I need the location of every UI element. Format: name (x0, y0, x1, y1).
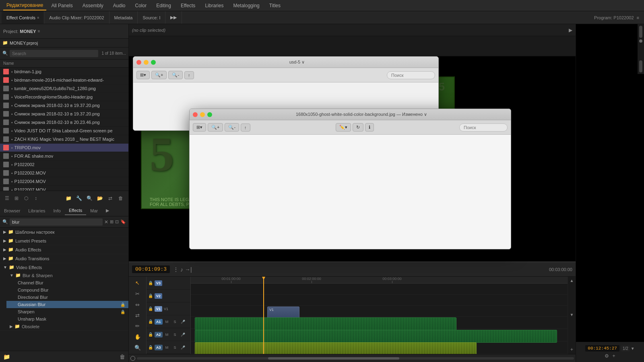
file-item-screenshot3[interactable]: ▪ Снимок экрана 2018-02-10 в 20.23.46.pn… (0, 118, 128, 127)
sub-tab-info[interactable]: Info (50, 207, 65, 215)
clip-selector-arrow[interactable]: ▶ (569, 27, 572, 33)
finder-zoom-in-btn-2[interactable]: 🔍+ (208, 123, 223, 132)
new-folder-btn[interactable]: 📁 (3, 354, 10, 360)
list-view-btn[interactable]: ☰ (2, 194, 11, 203)
finder-view-btn[interactable]: ⊞▾ (136, 71, 150, 79)
new-item-btn[interactable]: 🔧 (74, 194, 83, 203)
file-item-video-shia[interactable]: ▪ Video JUST DO IT Shia Labeouf-Green sc… (0, 127, 128, 135)
freeform-view-btn[interactable]: ⬡ (22, 194, 31, 203)
effects-section-header-lumetri[interactable]: ▶ 📁 Lumetri Presets (0, 237, 128, 245)
finder-zoom-in-btn[interactable]: 🔍+ (151, 71, 167, 79)
menu-item-titles[interactable]: Titles (264, 1, 285, 10)
scroll-up-btn[interactable]: ▲ (570, 278, 574, 283)
program-monitor-menu[interactable]: ≡ (637, 15, 639, 20)
effects-section-header-audio-transitions[interactable]: ▶ 📁 Audio Transitions (0, 254, 128, 263)
finder-search-2[interactable] (459, 123, 508, 132)
delete-effect-btn[interactable]: 🗑 (120, 354, 125, 360)
sub-tab-browser[interactable]: Browser (0, 207, 24, 215)
video-clip-v1[interactable]: V1 (267, 306, 299, 318)
v1-badge[interactable]: V1 (155, 306, 162, 312)
razor-tool[interactable]: ⇔ (132, 300, 143, 309)
monitor-settings-icon[interactable]: ⚙ (605, 353, 609, 359)
file-item-for-ae[interactable]: ▪ FOR AE shake.mov (0, 152, 128, 160)
file-item-tripod[interactable]: ▪ TRIPOD.mov (0, 144, 128, 152)
sub-tab-overflow[interactable]: ▶ (102, 206, 113, 215)
ripple-tool[interactable]: ✂ (132, 289, 143, 298)
tab-source[interactable]: Source: I (138, 11, 165, 24)
finder-search-1[interactable] (387, 71, 435, 79)
audio-clip-a1[interactable] (195, 317, 456, 330)
menu-item-libraries[interactable]: Libraries (200, 1, 228, 10)
a2-s-btn[interactable]: S (171, 331, 179, 338)
v1-lock-icon[interactable]: 🔒 (148, 306, 153, 311)
file-item-p1022002-mov[interactable]: ▪ P1022002.MOV (0, 169, 128, 177)
finder-edit-btn[interactable]: ✏️▾ (336, 123, 351, 132)
playhead[interactable] (263, 277, 264, 354)
menu-item-effects[interactable]: Effects (176, 1, 200, 10)
effect-item-unsharp-mask[interactable]: Unsharp Mask (6, 315, 128, 323)
timeline-insert-btn[interactable]: →| (185, 266, 192, 273)
tab-overflow[interactable]: ▶▶ (165, 11, 182, 24)
a2-m-btn[interactable]: M (163, 331, 171, 338)
sub-tab-libraries[interactable]: Libraries (24, 207, 49, 215)
file-item-p1022007[interactable]: ▪ P1022007.MOV (0, 186, 128, 191)
effects-sub-section-header-obsolete[interactable]: ▶ 📁 Obsolete (6, 323, 128, 330)
a2-mic-btn[interactable]: 🎤 (180, 331, 187, 338)
a1-badge[interactable]: A1 (155, 319, 163, 325)
scroll-down-btn[interactable]: ▼ (570, 313, 574, 317)
sub-tab-mar[interactable]: Mar (86, 207, 102, 215)
menu-item-audio[interactable]: Audio (108, 1, 130, 10)
a3-s-btn[interactable]: S (171, 344, 179, 351)
finder-maximize-btn-2[interactable] (207, 112, 212, 117)
effects-icon-btn-2[interactable]: ⊡ (115, 219, 119, 224)
finder-minimize-btn[interactable] (144, 60, 149, 65)
timeline-scrollbar[interactable] (137, 357, 574, 360)
finder-maximize-btn[interactable] (151, 60, 156, 65)
grid-view-btn[interactable]: ⊞ (12, 194, 21, 203)
timeline-scrollbar-thumb[interactable] (268, 357, 399, 360)
finder-zoom-out-btn-2[interactable]: 🔍- (225, 123, 239, 132)
file-item-birdman1[interactable]: ▪ birdman-1.jpg (0, 68, 128, 76)
effects-search-input[interactable] (10, 218, 103, 226)
finder-info-btn[interactable]: ℹ (365, 123, 374, 132)
menu-item-assembly[interactable]: Assembly (78, 1, 108, 10)
file-item-p1022002[interactable]: ▪ P1022002 (0, 160, 128, 169)
a1-lock-icon[interactable]: 🔒 (148, 319, 153, 324)
menu-item-metalogging[interactable]: Metalogging (228, 1, 264, 10)
tab-effect-controls[interactable]: Effect Controls ≡ (2, 11, 44, 24)
new-folder-btn[interactable]: 📁 (64, 194, 73, 203)
v3-lock-icon[interactable]: 🔒 (148, 281, 153, 285)
folder-list-btn[interactable]: 📂 (95, 194, 104, 203)
audio-clip-a3[interactable] (195, 342, 477, 354)
v2-lock-icon[interactable]: 🔒 (148, 294, 153, 298)
effect-item-gaussian-blur[interactable]: Gaussian Blur 🔒 (6, 301, 128, 308)
a1-mic-btn[interactable]: 🎤 (180, 318, 187, 325)
search-input[interactable] (10, 50, 98, 57)
effects-section-header-audio-effects[interactable]: ▶ 📁 Audio Effects (0, 245, 128, 254)
file-item-p1022004[interactable]: ▪ P1022004.MOV (0, 177, 128, 186)
file-item-screenshot1[interactable]: ▪ Снимок экрана 2018-02-10 в 19.37.20.pn… (0, 101, 128, 110)
audio-clip-a2[interactable] (195, 330, 557, 343)
a3-mic-btn[interactable]: 🎤 (180, 344, 187, 351)
effects-clear-btn[interactable]: ✕ (104, 219, 108, 225)
tab-metadata[interactable]: Metadata (109, 11, 138, 24)
menu-item-editing[interactable]: Editing (151, 1, 176, 10)
scroll-thumb-2[interactable] (639, 60, 642, 72)
effect-item-channel-blur[interactable]: Channel Blur (6, 279, 128, 286)
effects-icon-btn-1[interactable]: ⊞ (110, 219, 114, 224)
selection-tool[interactable]: ↖ (132, 278, 143, 288)
file-item-zach[interactable]: ▪ ZACH KING Magic Vines 2018 _ New BEST … (0, 135, 128, 144)
monitor-plus-icon[interactable]: + (612, 353, 615, 359)
timeline-play-btn[interactable] (130, 356, 135, 361)
finder-rotate-btn[interactable]: ↻ (353, 123, 363, 132)
effects-icon-btn-3[interactable]: 🔖 (120, 219, 126, 224)
sort-btn[interactable]: ↕ (31, 194, 40, 203)
menu-item-color[interactable]: Color (130, 1, 152, 10)
finder-close-btn-2[interactable] (193, 112, 198, 117)
timeline-snap-btn[interactable]: ⋮ (173, 266, 179, 273)
effects-section-header-templates[interactable]: ▶ 📁 Шаблоны настроек (0, 228, 128, 236)
add-track-btn[interactable]: + (570, 347, 573, 352)
tab-menu-icon[interactable]: ≡ (37, 16, 39, 20)
finder-minimize-btn-2[interactable] (200, 112, 205, 117)
finder-close-btn[interactable] (136, 60, 141, 65)
